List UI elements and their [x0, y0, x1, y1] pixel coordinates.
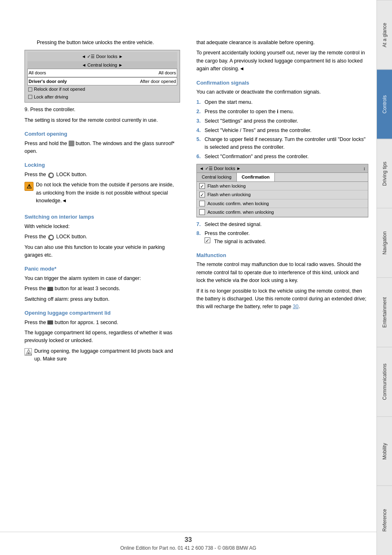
- screen2-title: ◄ ✓☰ Door locks ►: [199, 165, 241, 172]
- square-icon-4: [199, 209, 205, 215]
- list-item: 2. Press the controller to open the i me…: [196, 108, 368, 116]
- footer-text: Online Edition for Part no. 01 41 2 600 …: [120, 545, 256, 551]
- step8-text: Press the controller.: [205, 231, 249, 236]
- screen1-row-4: Lock after driving: [27, 93, 177, 101]
- sidebar-tab-entertainment[interactable]: Entertainment: [377, 278, 392, 347]
- screen1-box: ◄ ✓☰ Door locks ► ◄ Central locking ► Al…: [24, 50, 180, 103]
- confirmation-steps-list: 1. Open the start menu. 2. Press the con…: [196, 98, 368, 160]
- step-text-6: Select "Confirmation" and press the cont…: [205, 153, 368, 161]
- warning-text: Do not lock the vehicle from the outside…: [36, 181, 180, 205]
- switching-lamps-text1: With vehicle locked:: [24, 223, 180, 231]
- step-num-1: 1.: [196, 98, 205, 106]
- screen1-checkbox-3: [28, 87, 32, 92]
- screen2-item4-label: Acoustic confirm. when unlocking: [207, 209, 274, 216]
- note-block: During opening, the luggage compartment …: [24, 347, 180, 366]
- malfunction-text2: If it is no longer possible to lock the …: [196, 287, 368, 311]
- list-item: 7. Select the desired signal.: [196, 221, 368, 228]
- check-signal-icon: The signal is activated.: [205, 239, 266, 244]
- comfort-opening-text: Press and hold the button. The windows a…: [24, 140, 180, 156]
- screen1-subtitle: ◄ Central locking ►: [82, 62, 123, 69]
- screen1-row-3: Relock door if not opened: [27, 85, 177, 93]
- screen2-item-3: Acoustic confirm. when locking: [197, 199, 368, 208]
- square-icon-3: [199, 201, 205, 206]
- left-column: Pressing the button twice unlocks the en…: [0, 35, 188, 532]
- screen1-row-1: All doors All doors: [27, 69, 177, 77]
- screen2-item3-label: Acoustic confirm. when locking: [207, 200, 269, 207]
- after-screen-steps: 7. Select the desired signal. 8. Press t…: [196, 221, 368, 246]
- locking-heading: Locking: [24, 161, 180, 169]
- switching-lamps-heading: Switching on interior lamps: [24, 213, 180, 221]
- screen1-row2-label: Driver's door only: [29, 78, 102, 85]
- list-item: 6. Select "Confirmation" and press the c…: [196, 153, 368, 161]
- screen1-row4-label: Lock after driving: [34, 94, 68, 101]
- right-intro: that adequate clearance is available bef…: [196, 39, 368, 47]
- malfunction-page-ref: 30: [293, 304, 298, 309]
- page-number: 33: [0, 536, 376, 544]
- screen1-row2-value: After door opened: [102, 78, 176, 85]
- step-num-2: 2.: [196, 108, 205, 116]
- step-text-4: Select "Vehicle / Tires" and press the c…: [205, 127, 368, 134]
- screen1-subtitle-row: ◄ Central locking ►: [27, 61, 177, 69]
- list-item: 8. Press the controller. The signal is a…: [196, 230, 368, 246]
- step-num-6: 6.: [196, 153, 205, 161]
- triangle-svg: [25, 349, 32, 356]
- sidebar: At a glance Controls Driving tips Naviga…: [376, 0, 392, 555]
- step9-text: 9. Press the controller.: [24, 106, 180, 114]
- sidebar-tab-mobility[interactable]: Mobility: [377, 416, 392, 486]
- sidebar-tab-at-a-glance[interactable]: At a glance: [377, 0, 392, 69]
- switching-lamps-text3: You can also use this function to locate…: [24, 244, 180, 260]
- malfunction-text2-after: .: [298, 304, 300, 309]
- screen2-header: ◄ ✓☰ Door locks ► ↕: [197, 164, 368, 173]
- step-text-5: Change to upper field if necessary. Turn…: [205, 136, 368, 151]
- switching-lamps-text2: Press the ⬤ LOCK button.: [24, 233, 180, 241]
- comfort-opening-heading: Comfort opening: [24, 130, 180, 138]
- sidebar-tab-driving-tips[interactable]: Driving tips: [377, 139, 392, 208]
- screen2-title-right: ↕: [363, 165, 366, 172]
- screen2-tabs: Central locking Confirmation: [197, 173, 368, 182]
- malfunction-text1: The remote control may malfunction due t…: [196, 261, 368, 284]
- screen1-title: ◄ ✓☰ Door locks ►: [27, 52, 177, 61]
- panic-mode-text1: You can trigger the alarm system in case…: [24, 275, 180, 282]
- screen2-box: ◄ ✓☰ Door locks ► ↕ Central locking Conf…: [196, 164, 368, 217]
- sidebar-tab-reference[interactable]: Reference: [377, 486, 392, 555]
- panic-mode-heading: Panic mode*: [24, 265, 180, 273]
- screen1-row3-label: Relock door if not opened: [34, 86, 85, 93]
- step-num-7: 7.: [196, 221, 205, 228]
- warning-icon: ⚠: [24, 182, 33, 191]
- right-para2: To prevent accidentally locking yourself…: [196, 49, 368, 73]
- screen2-tab-confirmation: Confirmation: [237, 173, 275, 181]
- warning-block: ⚠ Do not lock the vehicle from the outsi…: [24, 181, 180, 207]
- step-text-7: Select the desired signal.: [205, 221, 368, 228]
- screen1-row-2: Driver's door only After door opened: [27, 77, 177, 86]
- opening-luggage-text2: The luggage compartment lid opens, regar…: [24, 329, 180, 345]
- right-column: that adequate clearance is available bef…: [188, 35, 376, 532]
- step-num-4: 4.: [196, 127, 205, 134]
- sidebar-tab-controls[interactable]: Controls: [377, 69, 392, 139]
- intro-text: Pressing the button twice unlocks the en…: [24, 39, 180, 47]
- screen2-item-1: Flash when locking: [197, 182, 368, 191]
- screen2-item1-label: Flash when locking: [207, 183, 246, 190]
- screen2-item-2: Flash when unlocking: [197, 190, 368, 199]
- opening-luggage-text1: Press the button for approx. 1 second.: [24, 319, 180, 327]
- list-item: 1. Open the start menu.: [196, 98, 368, 106]
- screen2-item-4: Acoustic confirm. when unlocking: [197, 208, 368, 217]
- signal-activated-text: The signal is activated.: [214, 239, 266, 244]
- lock-icon: ⬤: [48, 172, 54, 178]
- step-text-8: Press the controller. The signal is acti…: [205, 230, 368, 246]
- screen1-checkbox-4: [28, 95, 32, 99]
- step-text-1: Open the start menu.: [205, 98, 368, 106]
- step-num-5: 5.: [196, 136, 205, 151]
- screen1-row1-value: All doors: [102, 69, 176, 76]
- screen1-row1-label: All doors: [29, 69, 102, 76]
- step-num-8: 8.: [196, 230, 205, 246]
- check-icon-2: [199, 192, 205, 197]
- step-num-3: 3.: [196, 117, 205, 125]
- check-icon-1: [199, 183, 205, 189]
- list-item: 3. Select "Settings" and press the contr…: [196, 117, 368, 125]
- sidebar-tab-communications[interactable]: Communications: [377, 347, 392, 416]
- locking-text: Press the ⬤ LOCK button.: [24, 171, 180, 179]
- sidebar-tab-navigation[interactable]: Navigation: [377, 208, 392, 278]
- list-item: 5. Change to upper field if necessary. T…: [196, 136, 368, 151]
- step-text-3: Select "Settings" and press the controll…: [205, 117, 368, 125]
- screen1-title-text: ◄ ✓☰ Door locks ►: [82, 53, 123, 60]
